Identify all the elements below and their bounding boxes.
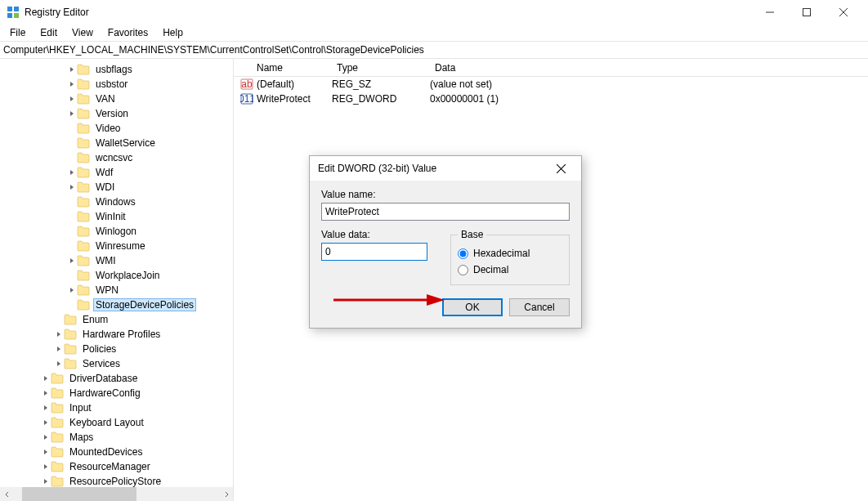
- tree-item[interactable]: Wdf: [0, 165, 233, 180]
- expand-icon[interactable]: [67, 169, 77, 176]
- scroll-right-button[interactable]: [219, 487, 233, 501]
- expand-icon[interactable]: [41, 434, 51, 441]
- radio-hexadecimal[interactable]: [458, 248, 468, 259]
- tree-item[interactable]: WDI: [0, 180, 233, 195]
- radio-decimal[interactable]: [458, 265, 468, 275]
- tree-item-label: DriverDatabase: [67, 372, 140, 385]
- expand-icon[interactable]: [41, 478, 51, 485]
- expand-icon[interactable]: [41, 405, 51, 411]
- registry-tree[interactable]: usbflagsusbstorVANVersionVideoWalletServ…: [0, 59, 233, 487]
- minimize-button[interactable]: [751, 1, 788, 24]
- tree-item[interactable]: HardwareConfig: [0, 386, 233, 400]
- expand-icon[interactable]: [41, 390, 51, 396]
- maximize-button[interactable]: [788, 1, 825, 24]
- tree-item[interactable]: Maps: [0, 430, 233, 445]
- tree-item[interactable]: Policies: [0, 342, 233, 356]
- expand-icon[interactable]: [54, 346, 64, 352]
- list-row[interactable]: ab(Default)REG_SZ(value not set): [234, 77, 868, 92]
- expand-icon[interactable]: [41, 419, 51, 426]
- address-bar[interactable]: Computer\HKEY_LOCAL_MACHINE\SYSTEM\Curre…: [0, 41, 868, 59]
- tree-item[interactable]: Winresume: [0, 239, 233, 253]
- menu-favorites[interactable]: Favorites: [101, 25, 154, 40]
- tree-item[interactable]: ResourcePolicyStore: [0, 474, 233, 487]
- svg-rect-0: [7, 7, 12, 11]
- close-button[interactable]: [825, 1, 861, 24]
- tree-item-label: Policies: [80, 342, 119, 356]
- scroll-thumb[interactable]: [22, 487, 136, 501]
- tree-item-label: Services: [80, 357, 123, 370]
- tree-item[interactable]: Services: [0, 356, 233, 371]
- tree-item-label: StorageDevicePolicies: [93, 298, 196, 311]
- cancel-button[interactable]: Cancel: [509, 298, 570, 316]
- list-row[interactable]: 011WriteProtectREG_DWORD0x00000001 (1): [234, 92, 868, 106]
- tree-item[interactable]: Keyboard Layout: [0, 415, 233, 430]
- menu-help[interactable]: Help: [156, 25, 190, 40]
- tree-item-label: WMI: [93, 254, 119, 267]
- tree-item[interactable]: WorkplaceJoin: [0, 268, 233, 283]
- menu-view[interactable]: View: [65, 25, 100, 40]
- tree-item-label: WorkplaceJoin: [93, 269, 162, 282]
- menu-file[interactable]: File: [3, 25, 32, 40]
- tree-item[interactable]: wcncsvc: [0, 150, 233, 165]
- expand-icon[interactable]: [54, 331, 64, 338]
- tree-item-label: ResourceManager: [67, 460, 153, 473]
- tree-item[interactable]: WMI: [0, 253, 233, 268]
- expand-icon[interactable]: [54, 360, 64, 367]
- expand-icon[interactable]: [67, 81, 77, 87]
- expand-icon[interactable]: [67, 96, 77, 102]
- tree-item-label: Input: [67, 401, 94, 414]
- tree-item-label: WDI: [93, 181, 117, 194]
- tree-item-label: usbstor: [93, 78, 130, 91]
- tree-item[interactable]: ResourceManager: [0, 459, 233, 474]
- dialog-close-button[interactable]: [548, 156, 573, 181]
- column-data[interactable]: Data: [430, 62, 868, 74]
- value-name: (Default): [257, 78, 332, 90]
- base-legend: Base: [458, 229, 486, 240]
- tree-item-label: wcncsvc: [93, 151, 135, 164]
- tree-item[interactable]: Winlogon: [0, 224, 233, 239]
- svg-rect-2: [7, 13, 12, 18]
- tree-item[interactable]: Enum: [0, 312, 233, 327]
- tree-item[interactable]: Video: [0, 121, 233, 136]
- expand-icon[interactable]: [41, 463, 51, 470]
- edit-dword-dialog: Edit DWORD (32-bit) Value Value name: Va…: [309, 155, 582, 329]
- tree-item-label: Enum: [80, 313, 110, 326]
- tree-item-label: Winresume: [93, 239, 148, 253]
- tree-item[interactable]: MountedDevices: [0, 445, 233, 459]
- tree-item[interactable]: usbstor: [0, 77, 233, 92]
- scroll-track[interactable]: [14, 487, 219, 501]
- tree-horizontal-scrollbar[interactable]: [0, 487, 233, 501]
- ok-button[interactable]: OK: [442, 298, 503, 316]
- tree-item[interactable]: StorageDevicePolicies: [0, 297, 233, 312]
- value-data-input[interactable]: [321, 243, 427, 261]
- expand-icon[interactable]: [41, 375, 51, 382]
- tree-item[interactable]: DriverDatabase: [0, 371, 233, 386]
- expand-icon[interactable]: [67, 110, 77, 117]
- tree-item[interactable]: VAN: [0, 92, 233, 106]
- value-name-input[interactable]: [321, 203, 570, 221]
- tree-item[interactable]: WinInit: [0, 209, 233, 224]
- expand-icon[interactable]: [41, 449, 51, 455]
- column-type[interactable]: Type: [332, 62, 430, 74]
- tree-item[interactable]: WalletService: [0, 136, 233, 150]
- base-fieldset: Base Hexadecimal Decimal: [450, 229, 570, 285]
- titlebar: Registry Editor: [0, 0, 868, 25]
- tree-item[interactable]: WPN: [0, 283, 233, 297]
- tree-item[interactable]: Input: [0, 400, 233, 415]
- tree-item-label: Wdf: [93, 166, 115, 179]
- tree-item-label: Video: [93, 122, 123, 135]
- tree-item[interactable]: usbflags: [0, 62, 233, 77]
- value-type: REG_SZ: [332, 78, 430, 90]
- tree-item[interactable]: Version: [0, 106, 233, 121]
- expand-icon[interactable]: [67, 66, 77, 73]
- tree-item[interactable]: Hardware Profiles: [0, 327, 233, 342]
- scroll-left-button[interactable]: [0, 487, 14, 501]
- menu-edit[interactable]: Edit: [34, 25, 64, 40]
- menubar: File Edit View Favorites Help: [0, 25, 868, 41]
- expand-icon[interactable]: [67, 257, 77, 264]
- expand-icon[interactable]: [67, 184, 77, 190]
- tree-item[interactable]: Windows: [0, 195, 233, 209]
- column-name[interactable]: Name: [234, 62, 332, 74]
- tree-item-label: Windows: [93, 195, 138, 208]
- expand-icon[interactable]: [67, 287, 77, 293]
